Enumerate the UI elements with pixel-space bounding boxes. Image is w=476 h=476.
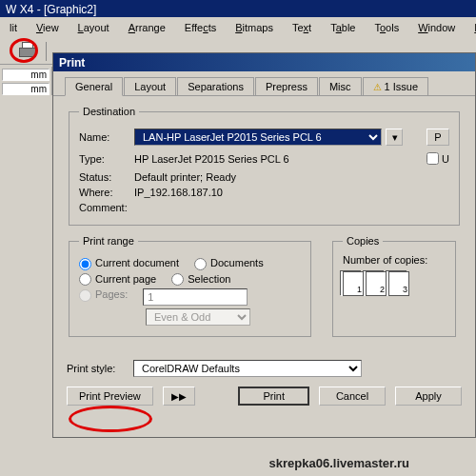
menu-view[interactable]: View <box>27 19 69 36</box>
tab-layout[interactable]: Layout <box>124 77 176 95</box>
menu-bitmaps[interactable]: Bitmaps <box>226 19 283 36</box>
print-button[interactable]: Print <box>238 387 309 406</box>
menu-text[interactable]: Text <box>283 19 321 36</box>
menu-table[interactable]: Table <box>321 19 365 36</box>
print-dialog: Print General Layout Separations Prepres… <box>52 52 476 438</box>
menu-edit[interactable]: lit <box>0 19 27 36</box>
tab-issue[interactable]: 1 Issue <box>363 77 428 95</box>
collate-page-2: 2 <box>366 271 387 296</box>
radio-current-page[interactable]: Current page <box>79 273 156 287</box>
print-style-select[interactable]: CorelDRAW Defaults <box>133 360 362 377</box>
menu-tools[interactable]: Tools <box>365 19 408 36</box>
legend-range: Print range <box>79 235 138 247</box>
value-where: IP_192.168.187.10 <box>134 187 223 198</box>
menu-layout[interactable]: Layout <box>69 19 119 36</box>
menu-help[interactable]: Help <box>465 19 476 36</box>
radio-pages: Pages: <box>79 288 128 306</box>
radio-current-doc[interactable]: Current document <box>79 257 179 270</box>
radio-documents[interactable]: Documents <box>194 257 264 270</box>
unit-box-1[interactable]: mm <box>2 69 50 81</box>
label-name: Name: <box>79 131 134 143</box>
pages-input <box>143 288 248 306</box>
tab-separations[interactable]: Separations <box>177 77 254 95</box>
collate-page-3: 3 <box>388 271 409 296</box>
dialog-title: Print <box>53 53 475 71</box>
u-label: U <box>442 153 449 165</box>
group-destination: Destination Name: LAN-HP LaserJet P2015 … <box>69 106 460 226</box>
tab-strip: General Layout Separations Prepress Misc… <box>53 77 475 96</box>
print-preview-button[interactable]: Print Preview <box>67 387 153 406</box>
label-comment: Comment: <box>79 202 134 213</box>
apply-button[interactable]: Apply <box>395 387 462 406</box>
label-print-style: Print style: <box>67 363 133 374</box>
label-type: Type: <box>79 153 134 165</box>
tab-general[interactable]: General <box>65 77 123 96</box>
menu-window[interactable]: Window <box>408 19 465 36</box>
properties-button[interactable]: P <box>426 129 449 146</box>
cancel-button[interactable]: Cancel <box>319 387 386 406</box>
label-num-copies: Number of copies: <box>343 254 446 266</box>
value-status: Default printer; Ready <box>134 171 236 183</box>
menu-arrange[interactable]: Arrange <box>119 19 175 36</box>
tab-misc[interactable]: Misc <box>319 77 362 95</box>
print-icon[interactable] <box>19 42 40 61</box>
app-titlebar: W X4 - [Graphic2] <box>0 0 476 17</box>
printer-select[interactable]: LAN-HP LaserJet P2015 Series PCL 6 <box>134 129 382 146</box>
unit-box-2[interactable]: mm <box>2 83 50 95</box>
value-type: HP LaserJet P2015 Series PCL 6 <box>134 153 289 165</box>
legend-destination: Destination <box>79 106 139 117</box>
label-where: Where: <box>79 187 134 198</box>
collate-page-1: 1 <box>343 271 364 296</box>
group-print-range: Print range Current document Documents C… <box>69 235 311 337</box>
expand-button[interactable]: ▶▶ <box>163 387 195 406</box>
legend-copies: Copies <box>343 235 383 247</box>
coord-panel: mm mm <box>0 67 52 95</box>
printer-browse-button[interactable]: ▾ <box>386 129 403 146</box>
watermark: skrepka06.livemaster.ru <box>269 456 409 470</box>
menu-effects[interactable]: Effects <box>175 19 226 36</box>
label-status: Status: <box>79 171 134 183</box>
u-checkbox[interactable] <box>426 152 439 165</box>
main-menubar: lit View Layout Arrange Effects Bitmaps … <box>0 17 476 38</box>
group-copies: Copies Number of copies: 1 2 3 <box>332 235 456 337</box>
radio-selection[interactable]: Selection <box>171 273 230 287</box>
even-odd-select: Even & Odd <box>146 308 250 326</box>
tab-prepress[interactable]: Prepress <box>255 77 318 95</box>
